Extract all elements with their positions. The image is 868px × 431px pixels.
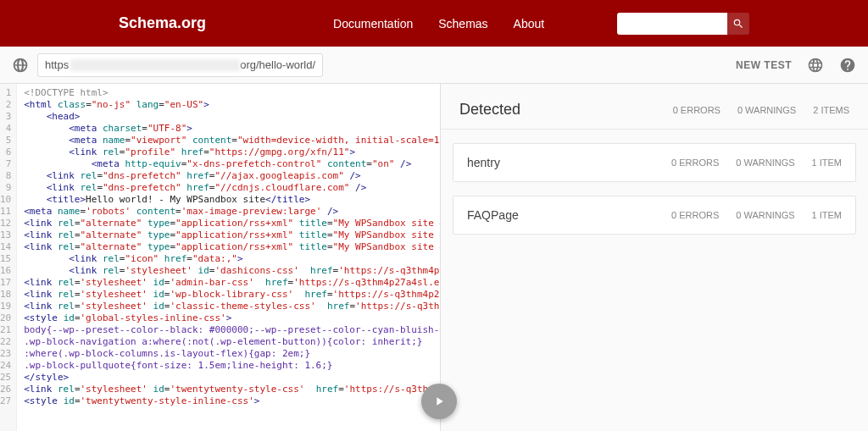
results-list: hentry 0 ERRORS 0 WARNINGS 1 ITEM FAQPag… [441, 143, 868, 235]
site-logo[interactable]: Schema.org [119, 14, 206, 32]
row-items: 1 ITEM [812, 210, 842, 220]
help-icon[interactable] [839, 57, 856, 74]
search-input[interactable] [617, 13, 727, 35]
run-button[interactable] [421, 384, 457, 419]
result-name: hentry [467, 156, 671, 169]
code-content: <!DOCTYPE html><html class="no-js" lang=… [17, 84, 440, 431]
url-redacted [70, 59, 240, 71]
search-button[interactable] [727, 13, 749, 35]
results-heading: Detected [459, 101, 673, 119]
site-header: Schema.org Documentation Schemas About [0, 0, 868, 47]
line-gutter: 1234567891011121314151617181920212223242… [0, 84, 17, 431]
new-test-button[interactable]: NEW TEST [736, 59, 792, 71]
result-row-hentry[interactable]: hentry 0 ERRORS 0 WARNINGS 1 ITEM [453, 143, 856, 182]
search-icon [732, 18, 744, 30]
summary-warnings: 0 WARNINGS [737, 105, 796, 115]
nav-schemas[interactable]: Schemas [438, 17, 487, 30]
play-icon [432, 395, 446, 408]
row-errors: 0 ERRORS [671, 157, 719, 168]
summary-errors: 0 ERRORS [673, 105, 721, 115]
nav-documentation[interactable]: Documentation [333, 17, 413, 30]
row-stats: 0 ERRORS 0 WARNINGS 1 ITEM [671, 210, 842, 220]
row-warnings: 0 WARNINGS [736, 157, 794, 168]
url-suffix: org/hello-world/ [240, 58, 315, 71]
nav-about[interactable]: About [514, 17, 545, 30]
row-errors: 0 ERRORS [671, 210, 719, 220]
globe-icon [12, 57, 29, 74]
row-items: 1 ITEM [812, 157, 842, 168]
results-header: Detected 0 ERRORS 0 WARNINGS 2 ITEMS [441, 84, 868, 130]
row-warnings: 0 WARNINGS [736, 210, 794, 220]
results-pane: Detected 0 ERRORS 0 WARNINGS 2 ITEMS hen… [441, 84, 868, 431]
summary-items: 2 ITEMS [813, 105, 849, 115]
row-stats: 0 ERRORS 0 WARNINGS 1 ITEM [671, 157, 842, 168]
language-icon[interactable] [807, 57, 824, 74]
summary-stats: 0 ERRORS 0 WARNINGS 2 ITEMS [673, 105, 849, 115]
search-form [617, 13, 749, 35]
code-pane[interactable]: 1234567891011121314151617181920212223242… [0, 84, 441, 431]
main: 1234567891011121314151617181920212223242… [0, 84, 868, 431]
result-name: FAQPage [467, 208, 671, 222]
url-scheme: https [45, 58, 69, 71]
url-input[interactable]: https org/hello-world/ [37, 53, 323, 77]
result-row-faqpage[interactable]: FAQPage 0 ERRORS 0 WARNINGS 1 ITEM [453, 196, 856, 235]
primary-nav: Documentation Schemas About [333, 17, 544, 30]
toolbar: https org/hello-world/ NEW TEST [0, 47, 868, 84]
